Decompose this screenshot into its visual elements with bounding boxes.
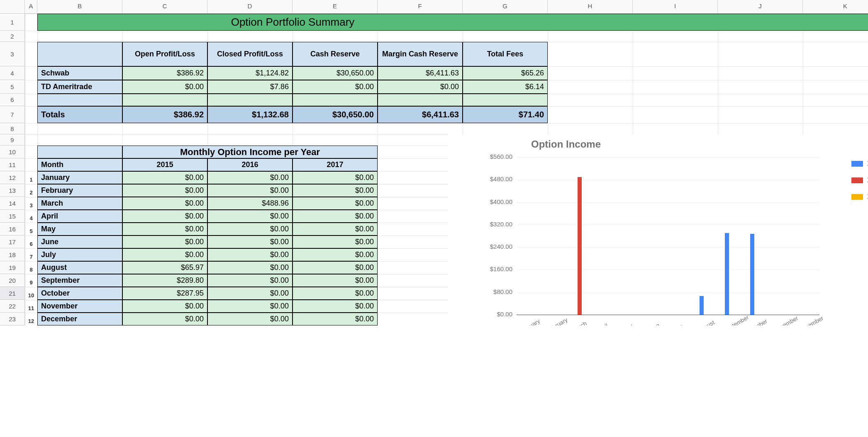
month-October-2015[interactable]: $287.95 (122, 287, 207, 300)
monthly-corner (37, 146, 122, 158)
row-header-12[interactable]: 12 (0, 171, 25, 184)
month-August-2016[interactable]: $0.00 (207, 261, 293, 274)
totals-val-3[interactable]: $6,411.63 (378, 106, 463, 123)
row-header-18[interactable]: 18 (0, 248, 25, 261)
row-header-1[interactable]: 1 (0, 14, 25, 31)
td-val-3[interactable]: $0.00 (378, 80, 463, 94)
col-header-H[interactable]: H (548, 0, 633, 13)
row-header-22[interactable]: 22 (0, 300, 25, 313)
row-header-2[interactable]: 2 (0, 31, 25, 42)
bar-2016-March[interactable] (578, 177, 582, 315)
month-September-2017[interactable]: $0.00 (293, 274, 378, 287)
col-header-D[interactable]: D (207, 0, 293, 13)
row-header-3[interactable]: 3 (0, 42, 25, 66)
month-July-2017[interactable]: $0.00 (293, 248, 378, 261)
totals-val-0[interactable]: $386.92 (122, 106, 207, 123)
row-header-8[interactable]: 8 (0, 123, 25, 134)
month-September-2016[interactable]: $0.00 (207, 274, 293, 287)
grid-area[interactable]: Option Portfolio SummaryOpen Profit/Loss… (25, 14, 868, 325)
month-June-2016[interactable]: $0.00 (207, 235, 293, 248)
row-header-13[interactable]: 13 (0, 184, 25, 197)
month-January-2015[interactable]: $0.00 (122, 171, 207, 184)
row-header-11[interactable]: 11 (0, 158, 25, 171)
legend-2015[interactable]: 2015 (851, 159, 868, 168)
xtick-February: February (545, 316, 569, 325)
col-header-K[interactable]: K (803, 0, 868, 13)
td-val-2[interactable]: $0.00 (293, 80, 378, 94)
bar-2015-September[interactable] (725, 233, 729, 315)
month-June-2017[interactable]: $0.00 (293, 235, 378, 248)
legend-2017[interactable]: 2017 (851, 192, 868, 201)
row-header-9[interactable]: 9 (0, 134, 25, 146)
month-May-2017[interactable]: $0.00 (293, 223, 378, 235)
month-January-2017[interactable]: $0.00 (293, 171, 378, 184)
row-header-17[interactable]: 17 (0, 235, 25, 248)
month-February-2017[interactable]: $0.00 (293, 184, 378, 197)
month-index-12: 12 (25, 313, 37, 325)
month-October-2016[interactable]: $0.00 (207, 287, 293, 300)
month-November-2016[interactable]: $0.00 (207, 300, 293, 313)
month-April-2015[interactable]: $0.00 (122, 210, 207, 223)
month-April-2016[interactable]: $0.00 (207, 210, 293, 223)
row-header-15[interactable]: 15 (0, 210, 25, 223)
month-November-2017[interactable]: $0.00 (293, 300, 378, 313)
row-header-5[interactable]: 5 (0, 80, 25, 94)
month-September-2015[interactable]: $289.80 (122, 274, 207, 287)
row-header-20[interactable]: 20 (0, 274, 25, 287)
month-May-2016[interactable]: $0.00 (207, 223, 293, 235)
month-November-2015[interactable]: $0.00 (122, 300, 207, 313)
row-header-10[interactable]: 10 (0, 146, 25, 158)
bar-2015-August[interactable] (700, 296, 704, 315)
month-October-2017[interactable]: $0.00 (293, 287, 378, 300)
month-July-2016[interactable]: $0.00 (207, 248, 293, 261)
month-April-2017[interactable]: $0.00 (293, 210, 378, 223)
month-March-2017[interactable]: $0.00 (293, 197, 378, 210)
td-val-1[interactable]: $7.86 (207, 80, 293, 94)
summary-row-td: TD Ameritrade (37, 80, 122, 94)
month-December-2015[interactable]: $0.00 (122, 313, 207, 325)
month-January-2016[interactable]: $0.00 (207, 171, 293, 184)
totals-val-2[interactable]: $30,650.00 (293, 106, 378, 123)
month-December-2017[interactable]: $0.00 (293, 313, 378, 325)
col-header-J[interactable]: J (718, 0, 803, 13)
month-August-2017[interactable]: $0.00 (293, 261, 378, 274)
month-May-2015[interactable]: $0.00 (122, 223, 207, 235)
chart-option-income[interactable]: Option Income201520162017$0.00$80.00$160… (448, 134, 868, 325)
row-header-16[interactable]: 16 (0, 223, 25, 235)
schwab-val-4[interactable]: $65.26 (463, 66, 548, 80)
schwab-val-2[interactable]: $30,650.00 (293, 66, 378, 80)
td-val-4[interactable]: $6.14 (463, 80, 548, 94)
bar-2015-October[interactable] (750, 234, 754, 315)
month-February-2016[interactable]: $0.00 (207, 184, 293, 197)
row-header-23[interactable]: 23 (0, 313, 25, 325)
td-val-0[interactable]: $0.00 (122, 80, 207, 94)
select-all-corner[interactable] (0, 0, 25, 13)
col-header-F[interactable]: F (378, 0, 463, 13)
schwab-val-1[interactable]: $1,124.82 (207, 66, 293, 80)
month-July-2015[interactable]: $0.00 (122, 248, 207, 261)
row-header-4[interactable]: 4 (0, 66, 25, 80)
schwab-val-0[interactable]: $386.92 (122, 66, 207, 80)
row-header-21[interactable]: 21 (0, 287, 25, 300)
col-header-E[interactable]: E (293, 0, 378, 13)
month-August-2015[interactable]: $65.97 (122, 261, 207, 274)
month-February-2015[interactable]: $0.00 (122, 184, 207, 197)
month-March-2015[interactable]: $0.00 (122, 197, 207, 210)
row-header-19[interactable]: 19 (0, 261, 25, 274)
month-June-2015[interactable]: $0.00 (122, 235, 207, 248)
row-header-7[interactable]: 7 (0, 106, 25, 123)
col-header-A[interactable]: A (25, 0, 37, 13)
col-header-I[interactable]: I (633, 0, 718, 13)
schwab-val-3[interactable]: $6,411.63 (378, 66, 463, 80)
ytick-6: $480.00 (473, 175, 512, 182)
legend-2016[interactable]: 2016 (851, 176, 868, 185)
totals-val-4[interactable]: $71.40 (463, 106, 548, 123)
month-March-2016[interactable]: $488.96 (207, 197, 293, 210)
col-header-B[interactable]: B (37, 0, 122, 13)
row-header-6[interactable]: 6 (0, 94, 25, 106)
totals-val-1[interactable]: $1,132.68 (207, 106, 293, 123)
col-header-C[interactable]: C (122, 0, 207, 13)
month-December-2016[interactable]: $0.00 (207, 313, 293, 325)
row-header-14[interactable]: 14 (0, 197, 25, 210)
col-header-G[interactable]: G (463, 0, 548, 13)
